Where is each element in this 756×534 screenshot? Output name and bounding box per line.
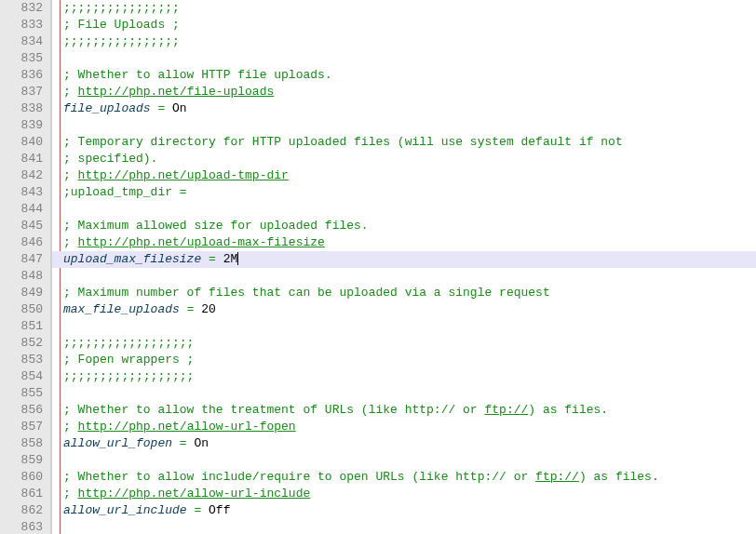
comment-text: ;;;;;;;;;;;;;;;;;; <box>63 336 194 350</box>
code-line[interactable] <box>52 117 756 134</box>
line-number: 854 <box>4 368 43 385</box>
line-number: 841 <box>4 151 43 167</box>
url-link[interactable]: ftp:// <box>535 470 579 484</box>
line-number: 847 <box>4 251 43 268</box>
code-line[interactable]: ; Maximum number of files that can be up… <box>52 285 756 301</box>
ini-value: Off <box>209 503 230 517</box>
code-line[interactable]: ; Whether to allow the treatment of URLs… <box>52 402 756 419</box>
comment-text: ;upload_tmp_dir = <box>63 185 187 199</box>
line-number: 858 <box>4 435 43 452</box>
comment-text: ; Maximum number of files that can be up… <box>63 286 550 300</box>
ini-key: upload_max_filesize <box>63 252 201 266</box>
line-number: 848 <box>4 268 43 285</box>
comment-text: ;;;;;;;;;;;;;;;;;; <box>63 369 194 383</box>
code-line[interactable] <box>52 201 756 218</box>
comment-text: ; Maximum allowed size for uploaded file… <box>63 219 369 233</box>
ini-key: file_uploads <box>63 101 151 115</box>
text-caret <box>237 252 238 265</box>
ini-value: 2M <box>223 252 238 266</box>
comment-text: ) as files. <box>579 470 659 484</box>
line-number: 852 <box>4 335 43 352</box>
comment-text: ; specified). <box>63 152 157 166</box>
code-line[interactable]: ;;;;;;;;;;;;;;;;;; <box>52 368 756 385</box>
code-line[interactable] <box>52 318 756 335</box>
comment-text: ; Whether to allow the treatment of URLs… <box>63 403 484 417</box>
code-line[interactable]: ;upload_tmp_dir = <box>52 184 756 201</box>
comment-text: ; <box>63 487 78 501</box>
url-link[interactable]: http://php.net/allow-url-include <box>78 487 311 501</box>
line-number: 833 <box>4 17 43 33</box>
ini-key: max_file_uploads <box>63 302 180 316</box>
line-number: 850 <box>4 301 43 318</box>
comment-text: ) as files. <box>528 403 608 417</box>
code-line[interactable]: allow_url_fopen = On <box>52 435 756 452</box>
assign-operator: = <box>151 101 172 115</box>
line-number: 840 <box>4 134 43 151</box>
url-link[interactable]: http://php.net/file-uploads <box>78 85 275 99</box>
comment-text: ; Whether to allow include/require to op… <box>63 470 535 484</box>
assign-operator: = <box>172 436 194 450</box>
line-number: 837 <box>4 84 43 100</box>
line-number: 849 <box>4 285 43 301</box>
code-line[interactable]: ;;;;;;;;;;;;;;;; <box>52 33 756 50</box>
code-line[interactable]: ; http://php.net/upload-max-filesize <box>52 234 756 251</box>
url-link[interactable]: http://php.net/upload-tmp-dir <box>78 168 289 182</box>
code-line[interactable]: ; Fopen wrappers ; <box>52 352 756 368</box>
line-number: 863 <box>4 519 43 534</box>
comment-text: ;;;;;;;;;;;;;;;; <box>63 1 180 15</box>
code-line[interactable]: ; specified). <box>52 151 756 167</box>
line-number: 851 <box>4 318 43 335</box>
code-line[interactable]: ; Whether to allow include/require to op… <box>52 469 756 486</box>
code-line[interactable]: file_uploads = On <box>52 100 756 117</box>
url-link[interactable]: http://php.net/allow-url-fopen <box>78 420 296 434</box>
comment-text: ; <box>63 235 78 249</box>
line-number-gutter: 8328338348358368378388398408418428438448… <box>0 0 50 534</box>
code-line[interactable] <box>52 50 756 67</box>
code-editor-area[interactable]: ;;;;;;;;;;;;;;;;; File Uploads ;;;;;;;;;… <box>50 0 756 534</box>
comment-text: ; File Uploads ; <box>63 18 180 32</box>
line-number: 843 <box>4 184 43 201</box>
line-number: 838 <box>4 100 43 117</box>
code-line[interactable]: ; http://php.net/upload-tmp-dir <box>52 167 756 184</box>
line-number: 832 <box>4 0 43 17</box>
comment-text: ; Temporary directory for HTTP uploaded … <box>63 135 623 149</box>
assign-operator: = <box>180 302 201 316</box>
line-number: 846 <box>4 234 43 251</box>
code-line[interactable]: ; Maximum allowed size for uploaded file… <box>52 218 756 234</box>
code-line[interactable]: allow_url_include = Off <box>52 502 756 519</box>
code-line[interactable]: ; http://php.net/allow-url-include <box>52 486 756 502</box>
code-line[interactable]: ; File Uploads ; <box>52 17 756 33</box>
code-line[interactable]: ;;;;;;;;;;;;;;;; <box>52 0 756 17</box>
code-line[interactable]: upload_max_filesize = 2M <box>52 251 756 268</box>
code-line[interactable]: max_file_uploads = 20 <box>52 301 756 318</box>
url-link[interactable]: http://php.net/upload-max-filesize <box>78 235 325 249</box>
code-line[interactable] <box>52 385 756 402</box>
code-line[interactable] <box>52 452 756 469</box>
line-number: 845 <box>4 218 43 234</box>
code-line[interactable] <box>52 268 756 285</box>
line-number: 844 <box>4 201 43 218</box>
line-number: 862 <box>4 502 43 519</box>
ini-value: On <box>194 436 209 450</box>
comment-text: ; <box>63 420 78 434</box>
code-line[interactable]: ; http://php.net/file-uploads <box>52 84 756 100</box>
comment-text: ; Fopen wrappers ; <box>63 353 194 367</box>
code-line[interactable]: ; http://php.net/allow-url-fopen <box>52 419 756 435</box>
line-number: 834 <box>4 33 43 50</box>
line-number: 855 <box>4 385 43 402</box>
line-number: 839 <box>4 117 43 134</box>
comment-text: ; <box>63 168 78 182</box>
code-line[interactable]: ; Whether to allow HTTP file uploads. <box>52 67 756 84</box>
ini-value: 20 <box>201 302 216 316</box>
comment-text: ; <box>63 85 78 99</box>
ini-key: allow_url_include <box>63 503 187 517</box>
code-line[interactable]: ; Temporary directory for HTTP uploaded … <box>52 134 756 151</box>
url-link[interactable]: ftp:// <box>484 403 528 417</box>
line-number: 836 <box>4 67 43 84</box>
line-number: 861 <box>4 486 43 502</box>
code-line[interactable]: ;;;;;;;;;;;;;;;;;; <box>52 335 756 352</box>
ini-value: On <box>172 101 187 115</box>
assign-operator: = <box>187 503 209 517</box>
code-line[interactable] <box>52 519 756 534</box>
assign-operator: = <box>201 252 223 266</box>
